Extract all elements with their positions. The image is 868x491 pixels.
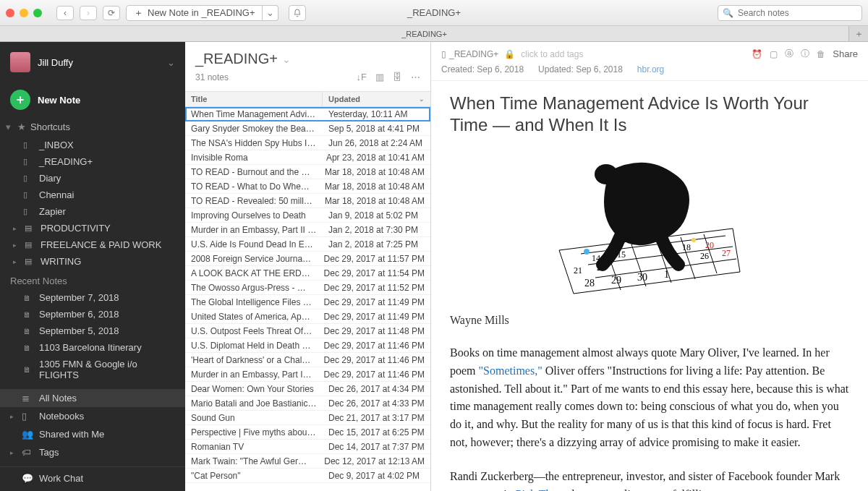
note-row[interactable]: A LOOK BACK AT THE ERDOS…Dec 29, 2017 at… [185,266,430,281]
note-row-title: U.S. Diplomat Held in Death Of E… [185,341,318,351]
sidebar-tags[interactable]: ▸🏷Tags [0,443,185,461]
annotate-icon[interactable]: ⓐ [785,48,793,60]
shortcut-writing[interactable]: ▸▤WRITING [0,253,185,270]
note-row-title: Murder in an Embassy, Part I - "I… [185,370,318,380]
note-row[interactable]: U.S. Diplomat Held in Death Of E…Dec 29,… [185,338,430,353]
note-title[interactable]: When Time Management Advice Is Worth You… [450,93,849,136]
svg-point-20 [584,249,590,255]
note-row[interactable]: 2008 Foreign Service Journal - E…Dec 29,… [185,252,430,266]
shortcut-freelance[interactable]: ▸▤FREELANCE & PAID WORK [0,236,185,253]
tab-reading[interactable]: _READING+ [0,26,849,41]
shortcut-inbox[interactable]: ▯_INBOX [0,137,185,153]
note-row[interactable]: Invisible RomaApr 23, 2018 at 10:41 AM [185,150,430,165]
shortcut-diary[interactable]: ▯Diary [0,170,185,187]
chevron-down-icon[interactable]: ⌄ [282,54,291,65]
recent-note[interactable]: 🗎1103 Barcelona Itinerary [0,339,185,356]
note-row-updated: Jan 2, 2018 at 7:25 PM [323,239,430,249]
note-row[interactable]: The NSA's Hidden Spy Hubs In E…Jun 26, 2… [185,136,430,150]
note-row-title: Romanian TV [185,442,323,452]
col-title[interactable]: Title [185,92,323,106]
note-row[interactable]: United States of America, Appell…Dec 29,… [185,309,430,324]
note-icon: 🗎 [23,310,33,319]
more-button[interactable]: ⋯ [411,72,420,82]
note-row[interactable]: Gary Snyder Smokey the Bear S…Sep 5, 201… [185,121,430,136]
note-row[interactable]: 'Heart of Darkness' or a Challen…Dec 29,… [185,353,430,367]
note-row-updated: Dec 12, 2017 at 12:13 AM [318,456,430,466]
hero-image: 14 15 18 20 21 22 26 27 28 29 30 1 [552,149,747,301]
note-row-title: Dear Women: Own Your Stories [185,384,323,394]
note-row[interactable]: The Global Intelligence Files - Re…Dec 2… [185,295,430,309]
new-tab-button[interactable]: ＋ [849,26,868,41]
recent-note[interactable]: 🗎September 7, 2018 [0,289,185,306]
info-icon[interactable]: ⓘ [801,48,809,60]
note-list-rows: When Time Management Advice…Yesterday, 1… [185,107,430,491]
note-row-title: The Global Intelligence Files - Re… [185,297,318,307]
book-link[interactable]: Pick Three [516,488,566,491]
note-row[interactable]: Dear Women: Own Your StoriesDec 26, 2017… [185,382,430,396]
note-row-title: A LOOK BACK AT THE ERDOS… [185,268,318,278]
note-row-updated: Dec 15, 2017 at 6:25 PM [323,427,430,437]
note-editor: ▯_READING+ 🔒 click to add tags ⏰ ▢ ⓐ ⓘ 🗑… [431,42,868,491]
sidebar-new-note[interactable]: + New Note [0,82,185,117]
note-row[interactable]: Mark Twain: "The Awful German…Dec 12, 20… [185,454,430,469]
article-paragraph: Books on time management almost always q… [450,344,849,452]
note-row-title: United States of America, Appell… [185,312,318,322]
tabbar: _READING+ ＋ [0,26,868,42]
sidebar-shared[interactable]: 👥Shared with Me [0,425,185,443]
sort-button[interactable]: ↓F [357,72,367,82]
col-updated[interactable]: Updated⌄ [323,92,430,106]
star-icon: ★ [17,121,26,132]
reminder-icon[interactable]: ⏰ [752,49,762,59]
sidebar-all-notes[interactable]: ≣All Notes [0,389,185,407]
shortcut-reading[interactable]: ▯_READING+ [0,153,185,170]
recent-note[interactable]: 🗎1305 FMN & Google i/o FLIGHTS [0,356,185,383]
shortcut-chennai[interactable]: ▯Chennai [0,187,185,203]
note-row[interactable]: Romanian TVDec 14, 2017 at 7:37 PM [185,440,430,454]
note-row[interactable]: Murder in an Embassy, Part I - "I…Dec 29… [185,367,430,382]
updated-date: Updated: Sep 6, 2018 [538,64,623,74]
account-switcher[interactable]: Jill Duffy ⌄ [0,42,185,82]
note-count: 31 notes [195,72,229,82]
shortcut-productivity[interactable]: ▸▤PRODUCTIVITY [0,220,185,236]
tag-input[interactable]: click to add tags [521,49,583,59]
note-row-updated: Dec 29, 2017 at 11:46 PM [318,370,430,380]
view-toggle-button[interactable]: ▥ [375,72,384,82]
shared-icon: 👥 [22,429,33,440]
note-row[interactable]: "Cat Person"Dec 9, 2017 at 4:02 PM [185,469,430,483]
note-row[interactable]: TO READ - What to Do When W…Mar 18, 2018… [185,179,430,194]
note-row[interactable]: U.S. Aide Is Found Dead In Emb…Jan 2, 20… [185,237,430,252]
svg-text:28: 28 [584,278,595,289]
shortcuts-heading[interactable]: ▾ ★ Shortcuts [0,117,185,137]
note-row[interactable]: When Time Management Advice…Yesterday, 1… [185,107,430,121]
note-row[interactable]: The Owosso Argus-Press - Goog…Dec 29, 20… [185,281,430,295]
titlebar: ‹ › ⟳ ＋ New Note in _READING+ ⌄ _READING… [0,0,868,26]
shortcut-zapier[interactable]: ▯Zapier [0,203,185,220]
note-row-updated: Dec 29, 2017 at 11:57 PM [318,254,430,264]
lock-icon[interactable]: 🔒 [504,49,515,59]
recent-note[interactable]: 🗎September 6, 2018 [0,306,185,323]
notebook-selector[interactable]: ▯_READING+ [441,49,498,59]
sidebar-workchat[interactable]: 💬Work Chat [0,466,185,491]
share-button[interactable]: Share [833,48,858,59]
sidebar-notebooks[interactable]: ▸▯Notebooks [0,407,185,425]
trash-icon[interactable]: 🗑 [817,49,825,59]
filter-button[interactable]: 🗄 [393,72,402,82]
note-body[interactable]: When Time Management Advice Is Worth You… [431,81,868,491]
recent-note[interactable]: 🗎September 5, 2018 [0,323,185,339]
poem-link[interactable]: "Sometimes," [479,364,542,377]
note-row[interactable]: TO READ - Revealed: 50 million…Mar 18, 2… [185,194,430,208]
note-row[interactable]: U.S. Outpost Feels Threat Of Bu…Dec 29, … [185,324,430,338]
source-link[interactable]: hbr.org [637,64,664,74]
note-row[interactable]: Improving Ourselves to DeathJan 9, 2018 … [185,208,430,223]
note-row[interactable]: Perspective | Five myths about t…Dec 15,… [185,425,430,440]
note-row-title: The NSA's Hidden Spy Hubs In E… [185,138,323,148]
note-row-title: 'Heart of Darkness' or a Challen… [185,355,318,365]
note-row[interactable]: Mario Batali and Joe Bastianich…Dec 26, … [185,396,430,411]
note-row[interactable]: Sound GunDec 21, 2017 at 3:17 PM [185,411,430,425]
present-icon[interactable]: ▢ [770,49,778,59]
note-row[interactable]: Murder in an Embassy, Part II - P…Jan 2,… [185,223,430,237]
note-row[interactable]: TO READ - Burnout and the BrainMar 18, 2… [185,165,430,179]
note-metadata: Created: Sep 6, 2018 Updated: Sep 6, 201… [431,63,868,81]
stack-icon: ▤ [25,240,35,249]
note-row-title: Invisible Roma [185,153,320,163]
